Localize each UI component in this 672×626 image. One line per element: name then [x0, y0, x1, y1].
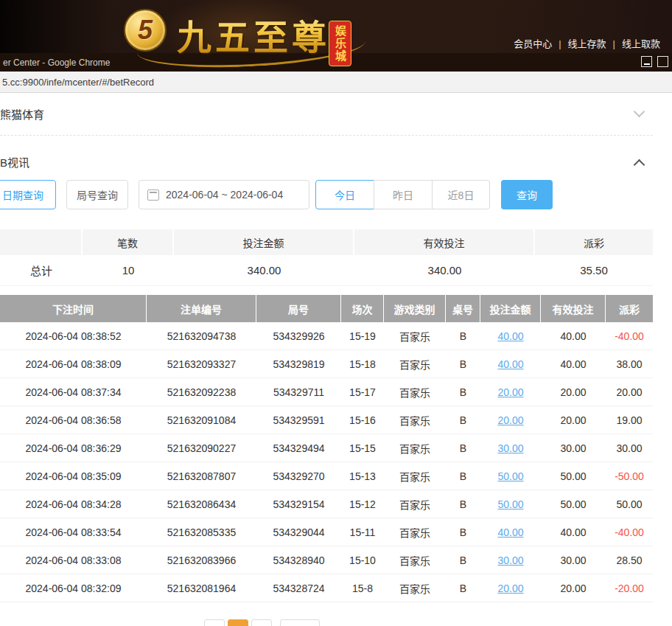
- section-sports-header[interactable]: 熊猫体育: [0, 106, 44, 122]
- table-row: 2024-06-04 08:36:58521632091084534329591…: [0, 406, 653, 434]
- cell-amount: 20.00: [480, 574, 541, 602]
- cell-table-no: B: [446, 546, 480, 574]
- cell-ticket: 521632085335: [147, 518, 256, 546]
- round-query-button[interactable]: 局号查询: [66, 180, 128, 209]
- section-video-header[interactable]: B视讯: [0, 154, 29, 170]
- url-text: 5.cc:9900/infe/mcenter/#/betRecord: [2, 77, 154, 88]
- summary-header-bet-amount: 投注金额: [174, 229, 354, 255]
- bet-amount-link[interactable]: 30.00: [497, 554, 523, 566]
- cell-ticket: 521632091084: [147, 406, 256, 434]
- window-controls: [641, 56, 668, 67]
- cell-session: 15-19: [341, 322, 384, 349]
- cell-amount: 30.00: [480, 546, 541, 574]
- link-online-withdraw[interactable]: 线上取款: [622, 38, 660, 49]
- cell-valid: 20.00: [541, 574, 606, 602]
- cell-game: 百家乐: [384, 518, 446, 546]
- bet-amount-link[interactable]: 40.00: [497, 358, 523, 370]
- summary-payout-value: 35.50: [535, 255, 653, 285]
- summary-bet-amount-value: 340.00: [174, 255, 354, 285]
- cell-game: 百家乐: [384, 462, 446, 490]
- cell-payout: 30.00: [606, 434, 653, 462]
- cell-amount: 50.00: [480, 462, 541, 490]
- date-query-button[interactable]: 日期查询: [0, 180, 56, 209]
- cell-round: 534329819: [256, 350, 341, 378]
- yesterday-button[interactable]: 昨日: [374, 180, 433, 209]
- bet-amount-link[interactable]: 20.00: [497, 582, 523, 594]
- bet-amount-link[interactable]: 20.00: [497, 414, 523, 426]
- cell-ticket: 521632087807: [147, 462, 256, 490]
- link-separator: |: [613, 38, 615, 49]
- cell-round: 534329711: [256, 378, 341, 406]
- cell-payout: -50.00: [606, 462, 653, 490]
- cell-round: 534329494: [256, 434, 341, 462]
- header-session: 场次: [341, 295, 384, 322]
- cell-round: 534329044: [256, 518, 341, 546]
- cell-game: 百家乐: [384, 434, 446, 462]
- cell-time: 2024-06-04 08:36:58: [0, 406, 147, 434]
- current-page-button[interactable]: 1: [228, 619, 248, 626]
- cell-ticket: 521632094738: [147, 322, 256, 349]
- search-button[interactable]: 查询: [501, 180, 553, 209]
- link-member-center[interactable]: 会员中心: [514, 38, 552, 49]
- cell-amount: 30.00: [480, 434, 541, 462]
- cell-table-no: B: [446, 518, 480, 546]
- cell-game: 百家乐: [384, 378, 446, 406]
- cell-game: 百家乐: [384, 490, 446, 518]
- bet-amount-link[interactable]: 20.00: [497, 386, 523, 398]
- cell-round: 534328940: [256, 546, 341, 574]
- date-range-input[interactable]: 2024-06-04 ~ 2024-06-04: [139, 180, 309, 209]
- table-row: 2024-06-04 08:33:54521632085335534329044…: [0, 518, 653, 546]
- cell-session: 15-8: [341, 574, 384, 602]
- header-valid-bet: 有效投注: [541, 295, 606, 322]
- cell-ticket: 521632086434: [147, 490, 256, 518]
- table-row: 2024-06-04 08:38:52521632094738534329926…: [0, 322, 653, 350]
- bet-amount-link[interactable]: 50.00: [497, 498, 523, 510]
- cell-time: 2024-06-04 08:32:09: [0, 574, 147, 602]
- header-bet-time: 下注时间: [0, 295, 147, 322]
- cell-time: 2024-06-04 08:37:34: [0, 378, 147, 406]
- link-online-deposit[interactable]: 线上存款: [568, 38, 606, 49]
- table-row: 2024-06-04 08:37:34521632092238534329711…: [0, 378, 653, 406]
- cell-payout: 50.00: [606, 490, 653, 518]
- cell-valid: 50.00: [541, 462, 606, 490]
- summary-total-row: 总计 10 340.00 340.00 35.50: [0, 255, 653, 286]
- bet-amount-link[interactable]: 40.00: [497, 526, 523, 538]
- bet-amount-link[interactable]: 40.00: [497, 330, 523, 342]
- table-row: 2024-06-04 08:32:09521632081964534328724…: [0, 574, 653, 602]
- next-page-button[interactable]: [251, 619, 272, 626]
- cell-valid: 50.00: [541, 490, 606, 518]
- cell-payout: 19.00: [606, 406, 653, 434]
- last-8-days-button[interactable]: 近8日: [432, 180, 490, 209]
- cell-valid: 40.00: [541, 322, 606, 349]
- bet-amount-link[interactable]: 30.00: [497, 442, 523, 454]
- cell-table-no: B: [446, 350, 480, 378]
- chevron-up-icon[interactable]: [634, 159, 645, 171]
- logo-coin-text: 5: [138, 15, 153, 46]
- url-bar[interactable]: 5.cc:9900/infe/mcenter/#/betRecord: [0, 72, 672, 93]
- cell-time: 2024-06-04 08:35:09: [0, 462, 147, 490]
- prev-page-button[interactable]: [204, 619, 225, 626]
- cell-time: 2024-06-04 08:34:28: [0, 490, 147, 518]
- cell-ticket: 521632093327: [147, 350, 256, 378]
- cell-table-no: B: [446, 322, 480, 349]
- header-game-type: 游戏类别: [384, 295, 446, 322]
- maximize-button[interactable]: [657, 56, 668, 67]
- page-content: 熊猫体育 B视讯 日期查询 局号查询 2024-06-04 ~ 2024-06-…: [0, 93, 672, 626]
- today-button[interactable]: 今日: [315, 180, 374, 209]
- cell-valid: 40.00: [541, 518, 606, 546]
- bet-amount-link[interactable]: 50.00: [497, 470, 523, 482]
- pagination-bar: 1: [0, 619, 653, 626]
- summary-header-row: 笔数 投注金额 有效投注 派彩: [0, 229, 653, 255]
- summary-header-payout: 派彩: [535, 229, 653, 255]
- minimize-button[interactable]: [641, 56, 652, 67]
- header-ticket-number: 注单编号: [147, 295, 256, 322]
- cell-valid: 20.00: [541, 378, 606, 406]
- chevron-down-icon[interactable]: [634, 106, 645, 118]
- cell-round: 534329591: [256, 406, 341, 434]
- header-payout: 派彩: [606, 295, 653, 322]
- table-body: 2024-06-04 08:38:52521632094738534329926…: [0, 322, 653, 602]
- cell-amount: 50.00: [480, 490, 541, 518]
- cell-amount: 20.00: [480, 378, 541, 406]
- cell-game: 百家乐: [384, 574, 446, 602]
- page-size-select[interactable]: [280, 619, 320, 626]
